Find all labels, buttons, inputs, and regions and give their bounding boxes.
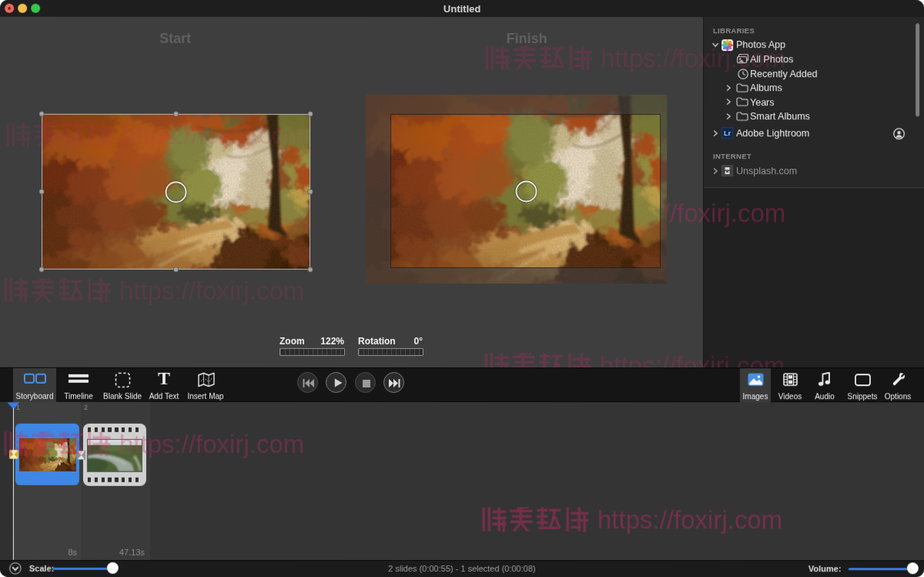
svg-text:Lr: Lr <box>724 129 732 137</box>
